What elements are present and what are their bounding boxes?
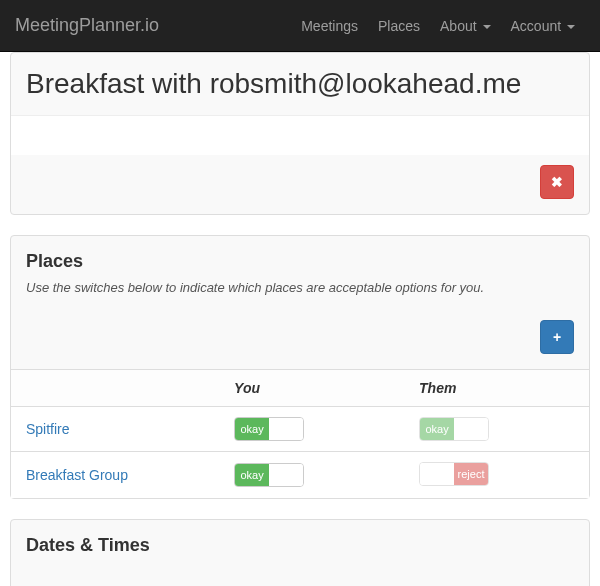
- close-icon: ✖: [551, 174, 563, 190]
- preference-switch: okay: [419, 417, 489, 441]
- chevron-down-icon: [567, 25, 575, 29]
- switch-okay-label: okay: [235, 464, 269, 486]
- delete-meeting-button[interactable]: ✖: [540, 165, 574, 199]
- times-panel: Dates & Times + You Them Thu Apr 21, at …: [10, 519, 590, 586]
- times-heading: Dates & Times: [26, 535, 574, 556]
- switch-okay-label: okay: [235, 418, 269, 440]
- table-row: Breakfast Groupokayreject: [11, 452, 589, 499]
- switch-reject-label: reject: [454, 463, 488, 485]
- places-col-you: You: [219, 370, 404, 407]
- navbar-menu: Meetings Places About Account: [291, 3, 585, 49]
- chevron-down-icon: [483, 25, 491, 29]
- nav-about[interactable]: About: [430, 3, 500, 49]
- switch-handle: [269, 418, 303, 440]
- plus-icon: +: [553, 329, 561, 345]
- navbar: MeetingPlanner.io Meetings Places About …: [0, 0, 600, 52]
- meeting-title: Breakfast with robsmith@lookahead.me: [26, 68, 574, 100]
- preference-switch[interactable]: okay: [234, 417, 304, 441]
- places-heading: Places: [26, 251, 574, 272]
- places-table: You Them SpitfireokayokayBreakfast Group…: [11, 369, 589, 498]
- preference-switch[interactable]: okay: [234, 463, 304, 487]
- places-panel: Places Use the switches below to indicat…: [10, 235, 590, 499]
- meeting-panel: Breakfast with robsmith@lookahead.me ✖: [10, 52, 590, 215]
- places-col-them: Them: [404, 370, 589, 407]
- add-place-button[interactable]: +: [540, 320, 574, 354]
- preference-switch: reject: [419, 462, 489, 486]
- brand-link[interactable]: MeetingPlanner.io: [15, 0, 159, 51]
- table-row: Spitfireokayokay: [11, 407, 589, 452]
- place-link[interactable]: Breakfast Group: [26, 467, 128, 483]
- switch-handle: [269, 464, 303, 486]
- switch-okay-label: okay: [420, 418, 454, 440]
- place-link[interactable]: Spitfire: [26, 421, 70, 437]
- nav-places[interactable]: Places: [368, 3, 430, 49]
- switch-handle: [420, 463, 454, 485]
- switch-handle: [454, 418, 488, 440]
- nav-meetings[interactable]: Meetings: [291, 3, 368, 49]
- places-hint: Use the switches below to indicate which…: [26, 280, 574, 295]
- nav-account[interactable]: Account: [501, 3, 585, 49]
